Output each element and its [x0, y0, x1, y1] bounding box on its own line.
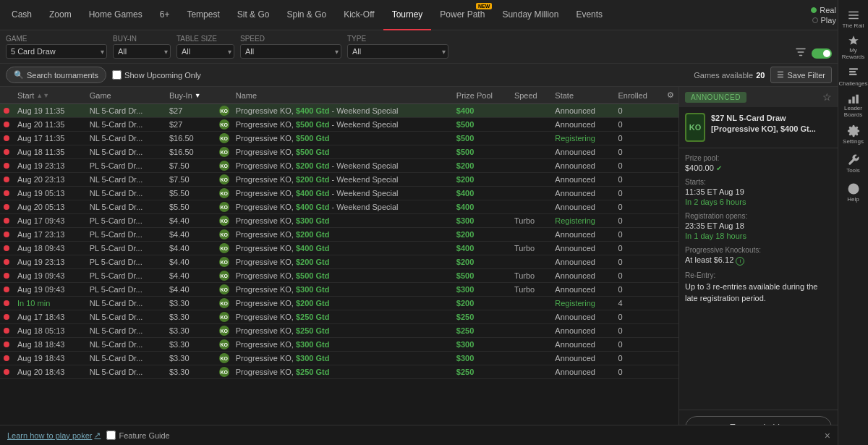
prize-check-icon: ✔ [716, 164, 722, 172]
ko-small-icon: KO [219, 147, 229, 157]
reg-opens-row: Registration opens: 23:35 ET Aug 18 In 1… [685, 212, 832, 240]
th-state[interactable]: State [550, 87, 613, 104]
th-buyin[interactable]: Buy-In ▼ [165, 87, 217, 104]
save-filter-button[interactable]: ☰ Save Filter [770, 67, 832, 83]
row-game: PL 5-Card Dr... [85, 283, 165, 297]
tab-kickoff[interactable]: Kick-Off [335, 0, 383, 30]
sidebar-item-my-rewards[interactable]: MyRewards [841, 35, 867, 61]
tablesize-filter-select[interactable]: All [176, 44, 234, 59]
tab-spingo[interactable]: Spin & Go [278, 0, 335, 30]
upcoming-checkbox-group[interactable]: Show Upcoming Only [112, 70, 201, 80]
svg-rect-2 [848, 17, 859, 19]
type-filter-select[interactable]: All [347, 44, 448, 59]
table-row[interactable]: Aug 19 23:13 PL 5-Card Dr... $4.40 KO Pr… [0, 255, 678, 269]
row-game: NL 5-Card Dr... [85, 365, 165, 379]
row-buyin: $4.40 [165, 269, 217, 283]
table-row[interactable]: Aug 17 09:43 PL 5-Card Dr... $4.40 KO Pr… [0, 214, 678, 228]
table-row[interactable]: Aug 17 23:13 PL 5-Card Dr... $4.40 KO Pr… [0, 228, 678, 242]
tab-6plus[interactable]: 6+ [151, 0, 179, 30]
upcoming-label: Show Upcoming Only [124, 71, 201, 80]
feature-guide-checkbox[interactable] [106, 431, 116, 440]
tab-tourney[interactable]: Tourney [383, 0, 432, 30]
filter-toggle[interactable] [812, 48, 832, 59]
tab-tempest[interactable]: Tempest [178, 0, 228, 30]
table-row[interactable]: Aug 19 09:43 PL 5-Card Dr... $4.40 KO Pr… [0, 269, 678, 283]
sidebar-item-leaderboards[interactable]: LeaderBoards [841, 93, 867, 119]
tab-sitgo[interactable]: Sit & Go [229, 0, 278, 30]
help-icon [847, 182, 860, 195]
speed-filter-select[interactable]: All [240, 44, 341, 59]
learn-link[interactable]: Learn how to play poker ↗ [7, 431, 101, 440]
table-row[interactable]: Aug 17 18:43 NL 5-Card Dr... $3.30 KO Pr… [0, 310, 678, 324]
tab-sundaymillion[interactable]: Sunday Million [493, 0, 567, 30]
ko-small-icon: KO [219, 339, 229, 349]
real-money-radio[interactable] [811, 7, 817, 13]
table-row[interactable]: Aug 17 11:35 NL 5-Card Dr... $16.50 KO P… [0, 132, 678, 145]
th-speed[interactable]: Speed [510, 87, 550, 104]
table-row[interactable]: Aug 18 11:35 NL 5-Card Dr... $16.50 KO P… [0, 145, 678, 159]
sidebar-item-the-rail[interactable]: The Rail [841, 6, 867, 32]
tab-zoom[interactable]: Zoom [41, 0, 80, 30]
settings-label: Settings [843, 139, 864, 145]
row-indicator [0, 200, 13, 214]
row-prize: $250 [452, 310, 510, 324]
upcoming-checkbox[interactable] [112, 70, 122, 80]
table-row[interactable]: In 10 min NL 5-Card Dr... $3.30 KO Progr… [0, 297, 678, 310]
table-row[interactable]: Aug 18 09:43 PL 5-Card Dr... $4.40 KO Pr… [0, 242, 678, 255]
table-row[interactable]: Aug 20 11:35 NL 5-Card Dr... $27 KO Prog… [0, 118, 678, 132]
games-available-display: Games available 20 [694, 71, 765, 80]
tab-homegames[interactable]: Home Games [80, 0, 151, 30]
row-state: Announced [550, 187, 613, 200]
games-count: 20 [756, 71, 765, 80]
row-state: Announced [550, 310, 613, 324]
table-row[interactable]: Aug 19 18:43 NL 5-Card Dr... $3.30 KO Pr… [0, 352, 678, 365]
row-start: Aug 19 05:13 [13, 187, 85, 200]
bottom-bar-close-button[interactable]: × [825, 430, 830, 441]
play-money-radio[interactable] [812, 17, 818, 23]
ko-small-icon: KO [219, 216, 229, 226]
row-prize: $300 [452, 283, 510, 297]
row-name: Progressive KO, $200 Gtd - Weekend Speci… [231, 173, 452, 187]
row-start: Aug 17 11:35 [13, 132, 85, 145]
th-prize[interactable]: Prize Pool [452, 87, 510, 104]
buyin-filter-select[interactable]: All [113, 44, 171, 59]
th-settings[interactable]: ⚙ [663, 87, 678, 104]
row-prize: $300 [452, 352, 510, 365]
external-link-icon: ↗ [94, 431, 101, 440]
favorite-star-icon[interactable]: ☆ [822, 91, 832, 103]
svg-rect-8 [856, 95, 858, 103]
row-name: Progressive KO, $250 Gtd [231, 365, 452, 379]
sidebar-item-challenges[interactable]: Challenges [841, 64, 867, 90]
tab-cash[interactable]: Cash [3, 0, 41, 30]
row-ko-icon: KO [217, 159, 231, 173]
th-start[interactable]: Start ▲▼ [13, 87, 85, 104]
sidebar-item-tools[interactable]: Tools [841, 151, 867, 177]
table-row[interactable]: Aug 19 11:35 NL 5-Card Dr... $27 KO Prog… [0, 104, 678, 118]
row-game: NL 5-Card Dr... [85, 132, 165, 145]
table-row[interactable]: Aug 19 09:43 PL 5-Card Dr... $4.40 KO Pr… [0, 283, 678, 297]
table-row[interactable]: Aug 18 05:13 NL 5-Card Dr... $3.30 KO Pr… [0, 324, 678, 338]
sidebar-item-settings[interactable]: Settings [841, 122, 867, 148]
tab-events[interactable]: Events [567, 0, 611, 30]
feature-guide-group[interactable]: Feature Guide [106, 431, 169, 440]
table-row[interactable]: Aug 20 05:13 NL 5-Card Dr... $5.50 KO Pr… [0, 200, 678, 214]
sidebar-item-help[interactable]: Help [841, 179, 867, 205]
table-row[interactable]: Aug 19 05:13 NL 5-Card Dr... $5.50 KO Pr… [0, 187, 678, 200]
th-game[interactable]: Game [85, 87, 165, 104]
row-buyin: $4.40 [165, 242, 217, 255]
search-button[interactable]: 🔍 Search tournaments [6, 67, 106, 83]
th-name[interactable]: Name [231, 87, 452, 104]
th-enrolled[interactable]: Enrolled [613, 87, 663, 104]
row-enrolled: 0 [613, 310, 663, 324]
game-filter-select[interactable]: 5 Card Draw [6, 44, 107, 59]
favorite-dot-icon [4, 369, 9, 375]
table-row[interactable]: Aug 18 18:43 NL 5-Card Dr... $3.30 KO Pr… [0, 338, 678, 352]
tab-powerpath[interactable]: Power Path NEW [431, 0, 493, 30]
row-buyin: $3.30 [165, 365, 217, 379]
row-speed [510, 118, 550, 132]
ko-small-icon: KO [219, 133, 229, 143]
table-row[interactable]: Aug 19 23:13 PL 5-Card Dr... $7.50 KO Pr… [0, 159, 678, 173]
info-icon[interactable]: i [736, 257, 744, 266]
table-row[interactable]: Aug 20 23:13 NL 5-Card Dr... $7.50 KO Pr… [0, 173, 678, 187]
table-row[interactable]: Aug 20 18:43 NL 5-Card Dr... $3.30 KO Pr… [0, 365, 678, 379]
